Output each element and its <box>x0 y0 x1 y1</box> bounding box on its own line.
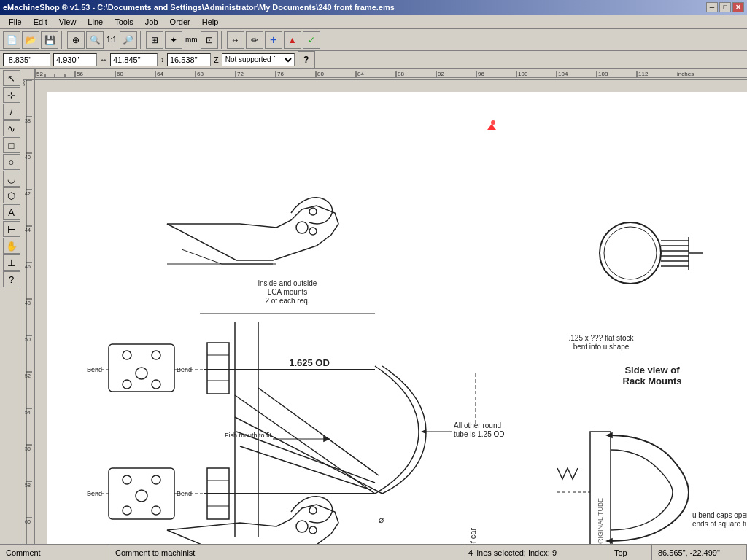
new-button[interactable]: 📄 <box>3 31 20 49</box>
drawing-surface[interactable]: inside and outside LCA mounts 2 of each … <box>47 92 747 544</box>
arrow-button[interactable]: ▲ <box>284 31 301 49</box>
cad-drawing: inside and outside LCA mounts 2 of each … <box>47 92 747 544</box>
coordinates: 86.565", -22.499" <box>658 548 720 557</box>
svg-text:56: 56 <box>25 446 31 451</box>
width-field[interactable] <box>110 53 158 66</box>
svg-point-103 <box>309 526 317 534</box>
svg-marker-114 <box>607 433 612 438</box>
round-tube-label1: All other round <box>454 421 501 429</box>
snap-button[interactable]: ✦ <box>165 31 182 49</box>
svg-text:72: 72 <box>237 71 244 77</box>
bend-label-1: Bend <box>87 366 102 373</box>
close-button[interactable]: ✕ <box>732 2 744 12</box>
minimize-button[interactable]: ─ <box>706 2 718 12</box>
coord-bar: ↔ ↕ Z Not supported f ? <box>0 51 747 69</box>
svg-text:60: 60 <box>25 519 31 524</box>
u-bend-shape <box>557 432 689 544</box>
svg-point-79 <box>152 475 160 484</box>
svg-point-73 <box>123 380 131 389</box>
svg-text:96: 96 <box>478 71 484 77</box>
menu-tools[interactable]: Tools <box>109 16 139 28</box>
side-view-label1: Side view of <box>624 365 680 376</box>
fish-mouth-label: Fish mouth to fit <box>225 432 272 439</box>
draw-mode-button[interactable]: ✏ <box>246 31 263 49</box>
menu-view[interactable]: View <box>53 16 82 28</box>
svg-point-108 <box>600 222 661 284</box>
svg-point-65 <box>491 120 495 125</box>
top-lca-label: inside and outside <box>258 279 317 287</box>
x-coord-field[interactable] <box>3 53 50 66</box>
menu-line[interactable]: Line <box>82 16 109 28</box>
curved-connector <box>375 366 426 494</box>
y-coord-field[interactable] <box>53 53 97 66</box>
help-button[interactable]: ? <box>298 51 315 69</box>
svg-line-97 <box>235 417 382 494</box>
top-ruler-svg: 52 56 60 64 68 72 76 80 84 <box>35 69 747 80</box>
plus-button[interactable]: + <box>265 31 282 49</box>
menu-edit[interactable]: Edit <box>28 16 53 28</box>
svg-text:92: 92 <box>438 71 444 77</box>
zoom-in-button[interactable]: 🔍 <box>86 31 104 49</box>
round-tube-label2: tube is 1.25 OD <box>454 430 504 438</box>
height-field[interactable] <box>167 53 211 66</box>
original-tube-label: ORIGINAL TUBE <box>597 498 604 544</box>
svg-text:52: 52 <box>25 373 31 378</box>
polygon-tool[interactable]: ⬡ <box>3 187 20 203</box>
measure-tool[interactable]: ⊥ <box>3 254 20 271</box>
zoom-fit-button[interactable]: ⊕ <box>67 31 85 49</box>
svg-marker-101 <box>324 437 329 441</box>
zoom-area-button[interactable]: 🔎 <box>120 31 137 49</box>
coordinates-section: 86.565", -22.499" <box>652 545 747 560</box>
dimension-tool[interactable]: ⊢ <box>3 221 20 237</box>
fish-mouth-area <box>235 388 382 494</box>
side-view-label2: Rack Mounts <box>623 376 682 386</box>
svg-text:56: 56 <box>77 71 83 77</box>
svg-rect-77 <box>109 468 174 519</box>
menu-file[interactable]: File <box>3 16 28 28</box>
flat-stock-label2: bent into u shape <box>573 343 630 351</box>
z-dropdown[interactable]: Not supported f <box>222 53 295 66</box>
canvas-area: 52 56 60 64 68 72 76 80 84 <box>23 69 747 544</box>
check-button[interactable]: ✓ <box>303 31 320 49</box>
select-tool[interactable]: ↖ <box>3 70 20 86</box>
bezier-tool[interactable]: ∿ <box>3 120 20 136</box>
svg-line-99 <box>240 446 371 490</box>
zoom-level: 1:1 <box>105 36 118 44</box>
menu-job[interactable]: Job <box>139 16 164 28</box>
comment-label: Comment <box>6 548 41 557</box>
maximize-button[interactable]: □ <box>719 2 731 12</box>
open-button[interactable]: 📂 <box>22 31 39 49</box>
view-label-section: Top <box>608 545 652 560</box>
height-arrow: ↕ <box>160 55 164 63</box>
arc-tool[interactable]: ◡ <box>3 171 20 187</box>
toolbar-separator-2 <box>140 31 143 49</box>
svg-text:64: 64 <box>157 71 163 77</box>
mirror-button[interactable]: ↔ <box>227 31 244 49</box>
round-tube-arrowhead <box>421 429 426 434</box>
line-tool[interactable]: / <box>3 104 20 120</box>
save-button[interactable]: 💾 <box>41 31 58 49</box>
svg-text:88: 88 <box>398 71 404 77</box>
od-label: 1.625 OD <box>289 357 330 368</box>
svg-point-71 <box>152 351 160 359</box>
unknown-tool[interactable]: ? <box>3 271 20 287</box>
flat-stock-label1: .125 x ??? flat stock <box>569 334 635 342</box>
hand-tool[interactable]: ✋ <box>3 238 20 254</box>
rack-mount-circle <box>600 222 703 284</box>
menu-help[interactable]: Help <box>196 16 225 28</box>
node-tool[interactable]: ⊹ <box>3 87 20 103</box>
app-title: eMachineShop ® v1.53 - C:\Documents and … <box>3 3 395 12</box>
text-tool[interactable]: A <box>3 204 20 220</box>
units-button[interactable]: ⊡ <box>201 31 218 49</box>
svg-text:38: 38 <box>25 118 31 123</box>
front-of-car-text: Front of car <box>468 528 477 544</box>
menu-order[interactable]: Order <box>164 16 196 28</box>
grid-button[interactable]: ⊞ <box>146 31 163 49</box>
svg-text:46: 46 <box>25 264 31 269</box>
svg-point-104 <box>309 507 317 514</box>
menu-bar: File Edit View Line Tools Job Order Help <box>0 15 747 29</box>
rect-tool[interactable]: □ <box>3 137 20 153</box>
svg-point-109 <box>604 227 657 279</box>
z-label: Z <box>214 55 219 64</box>
circle-tool[interactable]: ○ <box>3 154 20 170</box>
